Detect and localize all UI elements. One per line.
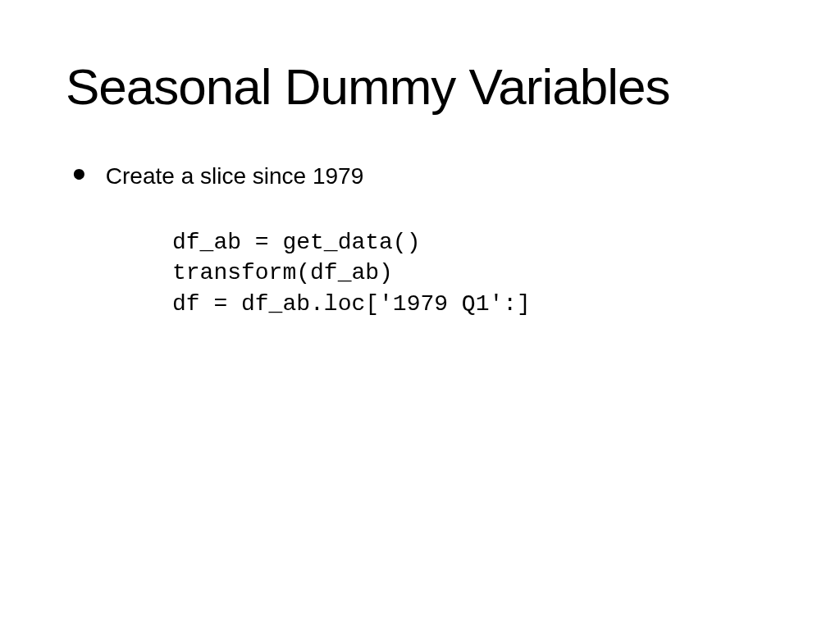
bullet-text: Create a slice since 1979 [106, 161, 363, 190]
bullet-item: • Create a slice since 1979 [72, 161, 774, 190]
code-line: transform(df_ab) [172, 260, 393, 285]
code-block: df_ab = get_data() transform(df_ab) df =… [172, 227, 774, 320]
code-line: df = df_ab.loc['1979 Q1':] [172, 291, 531, 317]
slide-title: Seasonal Dummy Variables [66, 57, 774, 116]
bullet-dot-icon: • [72, 162, 86, 185]
code-line: df_ab = get_data() [172, 230, 420, 255]
slide-container: Seasonal Dummy Variables • Create a slic… [0, 0, 840, 630]
